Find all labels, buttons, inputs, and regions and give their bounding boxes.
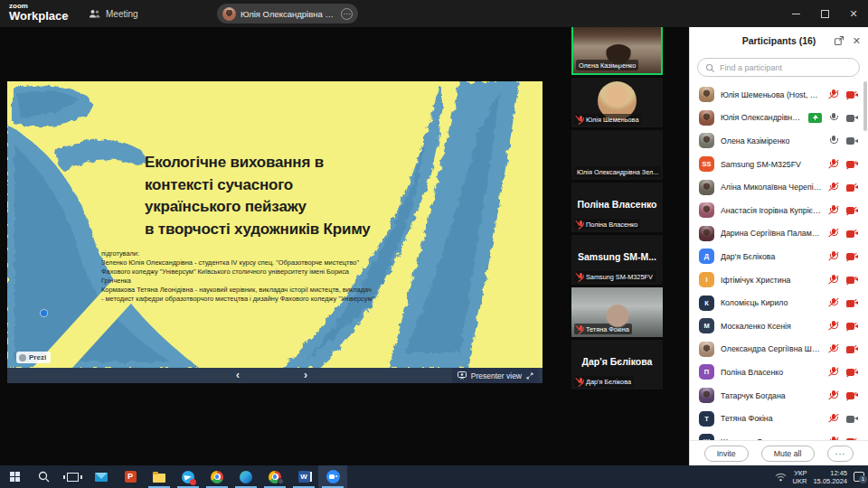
- name-text: Дар'я Бєлікова: [586, 378, 631, 386]
- mic-status-icon: [828, 367, 838, 378]
- prezi-badge[interactable]: Prezi: [16, 352, 51, 363]
- popout-icon[interactable]: [834, 35, 844, 46]
- expand-icon[interactable]: [526, 372, 533, 380]
- participant-row[interactable]: Д Дар'я Бєлікова: [690, 245, 867, 268]
- taskbar-powerpoint[interactable]: P: [116, 465, 145, 488]
- wifi-icon[interactable]: [775, 473, 787, 482]
- tray-date: 15.05.2024: [813, 477, 847, 485]
- participant-row[interactable]: Ш Шаповал Олександра: [690, 430, 867, 440]
- participant-row[interactable]: М Москаленко Ксенія: [690, 314, 867, 338]
- next-slide-button[interactable]: ›: [298, 368, 313, 383]
- avatar: [699, 110, 714, 126]
- participant-name-center: Дар'я Бєлікова: [571, 356, 663, 367]
- participant-row[interactable]: П Поліна Власенко: [690, 361, 867, 384]
- taskbar-chrome[interactable]: [203, 465, 231, 488]
- name-text: Тетяна Фокіна: [586, 325, 629, 333]
- participant-row[interactable]: І Іфтімічук Христина: [690, 268, 867, 292]
- notification-badge: [190, 479, 196, 485]
- taskbar-file-explorer[interactable]: [145, 465, 174, 488]
- task-view-button[interactable]: [58, 465, 87, 488]
- participant-row[interactable]: Аліна Миколаївна Черепінська: [690, 175, 867, 199]
- avatar: М: [699, 318, 714, 333]
- participant-row[interactable]: Т Тетяна Фокіна: [690, 407, 867, 430]
- video-tile[interactable]: Дар'я Бєлікова Дар'я Бєлікова: [571, 340, 663, 389]
- tab-meeting[interactable]: Meeting: [89, 5, 138, 23]
- taskbar-mail[interactable]: [87, 465, 116, 488]
- camera-status-icon: [846, 90, 858, 99]
- taskbar-telegram[interactable]: [174, 465, 203, 488]
- participant-row[interactable]: Олена Казіміренко: [690, 129, 867, 153]
- presenter-view-button[interactable]: Presenter view: [452, 368, 539, 383]
- scrollbar-thumb[interactable]: [863, 81, 867, 131]
- mic-status-icon: [828, 112, 838, 123]
- mic-status-icon: [828, 413, 838, 424]
- minimize-button[interactable]: [781, 0, 810, 27]
- avatar: [699, 180, 714, 195]
- slide-title-line: в творчості художників Криму: [145, 219, 371, 241]
- avatar: Д: [699, 249, 714, 264]
- participant-row[interactable]: Олександра Сергіївна Шпак: [690, 338, 867, 361]
- tab-active-meeting[interactable]: Юлія Олександрівна Зеленко's ⋯: [217, 4, 358, 23]
- presenter-view-label: Presenter view: [471, 371, 522, 380]
- participant-name-label: Samsung SM-M325FV: [574, 271, 656, 282]
- mic-status-icon: [828, 251, 838, 262]
- clock[interactable]: 12:45 15.05.2024: [813, 469, 847, 485]
- participant-name: Татарчук Богдана: [721, 391, 822, 400]
- mute-all-button[interactable]: Mute all: [761, 446, 815, 462]
- invite-button[interactable]: Invite: [704, 446, 749, 462]
- zoom-workplace-logo: zoom Workplace: [9, 3, 69, 22]
- participant-name-center: Поліна Власенко: [571, 199, 663, 210]
- prezi-logo-icon: [19, 354, 26, 361]
- participant-row[interactable]: Татарчук Богдана: [690, 384, 867, 408]
- language-indicator[interactable]: УКР UKR: [793, 469, 807, 485]
- tab-more-icon[interactable]: ⋯: [341, 8, 353, 20]
- minimize-icon: [792, 14, 800, 14]
- mic-status-icon: [828, 136, 838, 146]
- remote-cursor-dot: [41, 310, 47, 316]
- video-tile[interactable]: Юлія Шеменьова: [571, 78, 663, 127]
- presenter-board-icon: [458, 371, 467, 380]
- taskbar-zoom[interactable]: [318, 465, 347, 488]
- presentation-slide: Екологічне виховання в контексті сучасно…: [7, 81, 542, 368]
- video-tile[interactable]: Юлія Олександрівна Зел...: [571, 130, 663, 180]
- taskbar-chrome-profile[interactable]: [260, 465, 289, 488]
- participant-row[interactable]: Юлія Шеменьова (Host, me): [690, 83, 867, 107]
- slide-title-line: контексті сучасного: [145, 174, 371, 197]
- participant-row[interactable]: К Коломієць Кирило: [690, 291, 867, 314]
- panel-footer: Invite Mute all ···: [690, 440, 868, 465]
- chevron-down-icon[interactable]: ⌄: [63, 10, 71, 19]
- mic-status-icon: [828, 275, 838, 286]
- participant-name-label: Олена Казіміренко: [576, 60, 638, 70]
- search-box[interactable]: [697, 58, 860, 77]
- search-input[interactable]: [720, 59, 855, 76]
- participant-row[interactable]: Юлія Олександрівна Зелен...: [690, 107, 867, 130]
- participants-panel: Participants (16) ✕ Юлія Шеменьова (Host…: [689, 27, 868, 465]
- avatar: К: [699, 296, 714, 311]
- action-center-icon[interactable]: 1: [854, 472, 864, 482]
- start-button[interactable]: [0, 465, 29, 488]
- taskbar-search-button[interactable]: [29, 465, 58, 488]
- video-tile[interactable]: Samsung SM-M... Samsung SM-M325FV: [571, 235, 663, 285]
- taskbar-edge[interactable]: [231, 465, 260, 488]
- maximize-button[interactable]: [810, 0, 839, 27]
- participant-row[interactable]: Анастасія Ігорівна Купрієнко: [690, 199, 867, 222]
- close-panel-icon[interactable]: ✕: [853, 35, 861, 47]
- logo-workplace-text: Workplace: [9, 10, 69, 22]
- camera-status-icon: [846, 344, 858, 353]
- video-tile-active-speaker[interactable]: Олена Казіміренко: [571, 23, 663, 75]
- avatar: [699, 388, 714, 403]
- more-options-button[interactable]: ···: [827, 446, 854, 462]
- mic-status-icon: [828, 343, 838, 354]
- participant-row[interactable]: SS Samsung SM-M325FV: [690, 153, 867, 176]
- avatar: SS: [699, 156, 714, 172]
- participant-row[interactable]: Дарина Сергіївна Паламарчук: [690, 222, 867, 246]
- prev-slide-button[interactable]: ‹: [231, 368, 245, 383]
- close-window-button[interactable]: ✕: [839, 0, 868, 27]
- video-tile[interactable]: Тетяна Фокіна: [571, 287, 663, 337]
- mic-muted-icon: [577, 325, 584, 333]
- avatar: [699, 226, 714, 241]
- camera-status-icon: [846, 252, 858, 261]
- taskbar-word[interactable]: W: [289, 465, 318, 488]
- video-tile[interactable]: Поліна Власенко Поліна Власенко: [571, 183, 663, 232]
- folder-icon: [153, 474, 165, 483]
